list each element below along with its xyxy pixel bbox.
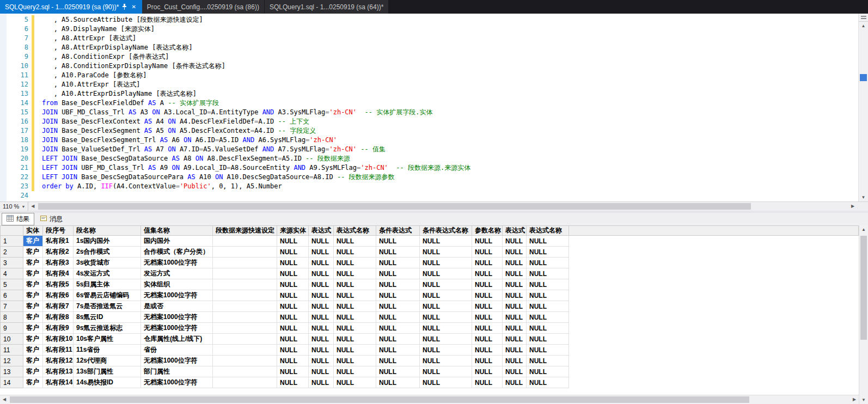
grid-cell[interactable]: NULL (472, 301, 503, 312)
grid-cell[interactable]: 私有段3 (43, 258, 74, 268)
grid-cell[interactable]: NULL (472, 268, 503, 279)
grid-cell[interactable]: 私有段14 (43, 377, 74, 388)
line-number[interactable]: 17 (7, 126, 32, 136)
grid-cell[interactable]: NULL (503, 279, 527, 290)
grid-cell[interactable]: NULL (420, 377, 472, 388)
grid-cell[interactable]: NULL (309, 258, 334, 268)
grid-scroll-track[interactable] (859, 234, 868, 396)
line-number[interactable]: 11 (7, 71, 32, 80)
grid-cell[interactable]: NULL (376, 258, 420, 268)
grid-column-header[interactable]: 表达式名称 (334, 226, 376, 236)
grid-scroll-up-icon[interactable]: ▲ (859, 225, 868, 234)
code-line[interactable]: 6 , A9.DisplayName [来源实体] (7, 25, 858, 34)
grid-cell[interactable]: NULL (376, 247, 420, 258)
grid-cell[interactable]: 客户 (23, 345, 43, 356)
grid-cell[interactable]: NULL (309, 268, 334, 279)
grid-cell[interactable]: NULL (527, 247, 569, 258)
code-line[interactable]: 22LEFT JOIN Base_DescSegDataSourcePara A… (7, 173, 858, 182)
grid-cell[interactable]: NULL (472, 366, 503, 377)
grid-cell[interactable]: 省份 (141, 345, 213, 356)
grid-cell[interactable]: NULL (309, 366, 334, 377)
grid-cell[interactable]: 客户 (23, 247, 43, 258)
grid-cell[interactable] (213, 236, 277, 247)
tab-messages[interactable]: 消息 (35, 213, 68, 225)
grid-cell[interactable]: 私有段9 (43, 323, 74, 334)
grid-cell[interactable]: NULL (420, 279, 472, 290)
row-number[interactable]: 9 (1, 323, 23, 334)
line-number[interactable]: 7 (7, 34, 32, 43)
grid-cell[interactable]: NULL (472, 377, 503, 388)
line-number[interactable]: 10 (7, 62, 32, 71)
line-number[interactable]: 20 (7, 154, 32, 163)
grid-cell[interactable]: NULL (309, 301, 334, 312)
grid-cell[interactable]: NULL (527, 279, 569, 290)
grid-scroll-left-icon[interactable]: ◀ (0, 395, 9, 404)
line-number[interactable]: 21 (7, 163, 32, 173)
scroll-up-icon[interactable]: ▲ (859, 22, 868, 30)
grid-cell[interactable]: NULL (420, 236, 472, 247)
grid-vertical-scrollbar[interactable]: ▲ ▼ (859, 225, 868, 404)
code-line[interactable]: 11 , A10.ParaCode [参数名称] (7, 71, 858, 80)
grid-cell[interactable] (213, 356, 277, 366)
code-line[interactable]: 16JOIN Base_DescFlexContext AS A4 ON A4.… (7, 117, 858, 126)
grid-cell[interactable]: NULL (277, 356, 309, 366)
grid-cell[interactable]: 12s代理商 (74, 356, 141, 366)
grid-cell[interactable]: NULL (527, 366, 569, 377)
scroll-right-icon[interactable]: ▶ (848, 202, 857, 211)
grid-column-header[interactable]: 表达式名称 (527, 226, 569, 236)
grid-cell[interactable]: NULL (376, 312, 420, 323)
grid-cell[interactable]: NULL (334, 323, 376, 334)
grid-cell[interactable]: NULL (503, 247, 527, 258)
editor-vertical-scrollbar[interactable]: ▲ ▼ (858, 14, 868, 201)
grid-cell[interactable]: 无档案1000位字符 (141, 312, 213, 323)
grid-cell[interactable]: 客户 (23, 366, 43, 377)
grid-cell[interactable] (213, 334, 277, 345)
grid-cell[interactable]: NULL (472, 236, 503, 247)
code-line[interactable]: 13 , A10.AttrExprDisPlayName [表达式名称] (7, 89, 858, 99)
grid-cell[interactable]: 10s客户属性 (74, 334, 141, 345)
grid-cell[interactable]: 5s归属主体 (74, 279, 141, 290)
grid-cell[interactable]: NULL (527, 334, 569, 345)
grid-cell[interactable]: NULL (503, 301, 527, 312)
grid-cell[interactable]: NULL (277, 258, 309, 268)
grid-cell[interactable]: 私有段13 (43, 366, 74, 377)
row-number[interactable]: 10 (1, 334, 23, 345)
grid-cell[interactable]: 仓库属性(线上/线下) (141, 334, 213, 345)
grid-cell[interactable]: NULL (472, 345, 503, 356)
grid-cell[interactable]: 实体组织 (141, 279, 213, 290)
grid-cell[interactable]: 客户 (23, 356, 43, 366)
code-line[interactable]: 21LEFT JOIN UBF_MD_Class_Trl AS A9 ON A9… (7, 163, 858, 173)
row-number[interactable]: 2 (1, 247, 23, 258)
grid-cell[interactable]: NULL (527, 377, 569, 388)
sql-editor[interactable]: 5 , A5.SourceAttribute [段数据来源快速设定]6 , A9… (0, 14, 868, 201)
grid-cell[interactable]: 3s收货城市 (74, 258, 141, 268)
grid-cell[interactable] (213, 247, 277, 258)
row-number[interactable]: 13 (1, 366, 23, 377)
scroll-down-icon[interactable]: ▼ (859, 193, 868, 201)
scroll-left-icon[interactable]: ◀ (28, 202, 37, 211)
line-number[interactable]: 15 (7, 108, 32, 117)
grid-cell[interactable]: NULL (376, 279, 420, 290)
grid-cell[interactable]: NULL (420, 258, 472, 268)
grid-cell[interactable]: NULL (420, 312, 472, 323)
editor-hscroll-thumb[interactable] (38, 203, 751, 210)
grid-cell[interactable]: 11s省份 (74, 345, 141, 356)
grid-cell[interactable]: NULL (527, 312, 569, 323)
grid-cell[interactable]: NULL (309, 345, 334, 356)
grid-cell[interactable] (213, 345, 277, 356)
grid-cell[interactable]: 私有段5 (43, 279, 74, 290)
grid-cell[interactable]: 7s是否推送氚云 (74, 301, 141, 312)
code-line[interactable]: 15JOIN UBF_MD_Class_Trl AS A3 ON A3.Loca… (7, 108, 858, 117)
grid-cell[interactable]: NULL (503, 312, 527, 323)
line-number[interactable]: 23 (7, 182, 32, 191)
line-number[interactable]: 16 (7, 117, 32, 126)
editor-horizontal-scrollbar[interactable]: ◀ ▶ (28, 202, 868, 211)
grid-cell[interactable]: NULL (527, 356, 569, 366)
grid-cell[interactable]: 客户 (23, 279, 43, 290)
grid-cell[interactable]: NULL (420, 366, 472, 377)
grid-cell[interactable]: 9s氚云推送标志 (74, 323, 141, 334)
grid-cell[interactable]: 发运方式 (141, 268, 213, 279)
grid-cell[interactable]: 是或否 (141, 301, 213, 312)
line-number[interactable]: 19 (7, 145, 32, 154)
split-editor-button[interactable] (859, 14, 868, 22)
